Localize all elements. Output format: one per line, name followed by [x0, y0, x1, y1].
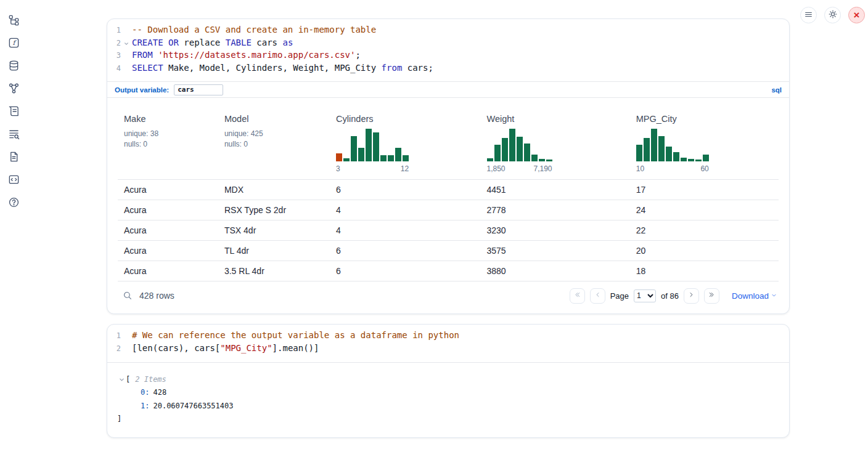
column-name[interactable]: Cylinders [336, 114, 480, 124]
weight-histogram[interactable] [487, 129, 552, 161]
line-number: 2 [107, 342, 121, 355]
column-stat: nulls: 0 [224, 139, 330, 150]
column-stat: unique: 425 [224, 129, 330, 139]
shutdown-button[interactable]: × [848, 7, 865, 23]
code-line: 1 -- Download a CSV and create an in-mem… [107, 24, 789, 37]
help-icon [8, 196, 20, 208]
table-output: Make unique: 38 nulls: 0 Model unique: 4… [107, 98, 789, 313]
code-line: 2 CREATE OR replace TABLE cars as [107, 37, 789, 50]
sidebar-item-dependency-graph[interactable] [7, 81, 20, 95]
code-token: as [282, 38, 293, 47]
sidebar-item-help[interactable] [7, 195, 20, 209]
tree-entry-value: 20.060747663551403 [153, 400, 233, 413]
table-row[interactable]: Acura TL 4dr 6 3575 20 [118, 241, 779, 261]
tree-entry: 1: 20.060747663551403 [117, 400, 779, 413]
column-header-cylinders: Cylinders 3 12 [330, 114, 480, 173]
tree-entry: 0: 428 [117, 386, 779, 400]
column-name[interactable]: Model [224, 114, 330, 124]
table-row[interactable]: Acura TSX 4dr 4 3230 22 [118, 220, 779, 241]
code-line: 4 SELECT Make, Model, Cylinders, Weight,… [107, 62, 789, 75]
python-output-tree: [ 2 Items 0: 428 1: 20.060747663551403 ] [107, 362, 789, 437]
sidebar-item-documentation[interactable] [7, 150, 20, 163]
sidebar-item-scratchpad[interactable] [7, 104, 20, 118]
tree-entry-key: 0: [141, 386, 149, 400]
menu-button[interactable] [800, 7, 817, 23]
pagination: Page 1 of 86 Download [570, 288, 777, 304]
hamburger-icon [804, 10, 813, 21]
column-name[interactable]: Make [124, 114, 218, 124]
code-token: from [382, 63, 403, 73]
code-token: cars; [402, 63, 433, 73]
code-brackets-icon [8, 174, 20, 185]
chevrons-left-icon [573, 291, 581, 301]
previous-page-button[interactable] [590, 288, 605, 304]
output-variable-bar: Output variable: sql [107, 81, 789, 98]
code-token [153, 50, 158, 60]
python-code-editor[interactable]: 1 # We can reference the output variable… [107, 325, 789, 362]
column-header-make: Make unique: 38 nulls: 0 [118, 114, 218, 173]
function-icon: f [8, 37, 20, 49]
sql-cell: 1 -- Download a CSV and create an in-mem… [107, 18, 790, 314]
first-page-button[interactable] [570, 288, 585, 304]
table-footer: 428 rows Page 1 of 86 Download [118, 281, 779, 310]
sidebar-item-variables[interactable]: f [7, 36, 20, 49]
page-of-label: of 86 [661, 291, 679, 301]
column-header-model: Model unique: 425 nulls: 0 [218, 114, 330, 173]
left-toolbar: f [0, 0, 27, 449]
code-token: cars [252, 38, 283, 47]
search-icon[interactable] [123, 291, 133, 301]
open-bracket: [ [126, 373, 130, 387]
line-number: 1 [107, 330, 121, 342]
database-icon [8, 60, 20, 71]
next-page-button[interactable] [684, 288, 699, 304]
chevron-left-icon [594, 291, 602, 301]
settings-button[interactable] [824, 7, 841, 23]
table-row[interactable]: Acura RSX Type S 2dr 4 2778 24 [118, 200, 779, 220]
code-token: "MPG_City" [220, 343, 272, 353]
output-variable-input[interactable] [174, 84, 223, 95]
document-icon [8, 151, 20, 163]
sidebar-item-snippets[interactable] [7, 172, 20, 186]
notebook: 1 -- Download a CSV and create an in-mem… [107, 18, 790, 438]
code-token: [len(cars), cars[ [132, 343, 220, 353]
download-button[interactable]: Download [732, 291, 777, 301]
histogram-axis-labels: 3 12 [336, 164, 409, 173]
column-header-mpg-city: MPG_City 10 60 [630, 114, 779, 173]
table-row[interactable]: Acura MDX 6 4451 17 [118, 180, 779, 200]
sql-code-editor[interactable]: 1 -- Download a CSV and create an in-mem… [107, 19, 789, 81]
sidebar-item-outline[interactable] [7, 127, 20, 140]
code-token: Make, Model, Cylinders, Weight, MPG_City [163, 63, 382, 73]
page-select[interactable]: 1 [634, 289, 656, 302]
close-bracket: ] [117, 413, 121, 426]
tree-entry-value: 428 [153, 386, 166, 400]
table-row[interactable]: Acura 3.5 RL 4dr 6 3880 18 [118, 261, 779, 281]
items-count-label: 2 Items [135, 373, 166, 387]
sidebar-item-file-explorer[interactable] [7, 13, 20, 26]
column-name[interactable]: Weight [487, 114, 630, 124]
code-token: # We can reference the output variable a… [132, 330, 459, 340]
cylinders-histogram[interactable] [336, 129, 409, 161]
row-count: 428 rows [139, 291, 174, 301]
code-token: TABLE [226, 38, 252, 47]
code-token: SELECT [132, 63, 163, 73]
code-line: 3 FROM 'https://datasets.marimo.app/cars… [107, 49, 789, 62]
svg-text:f: f [12, 39, 17, 46]
collapse-chevron-icon[interactable] [117, 377, 126, 382]
language-badge: sql [771, 86, 782, 94]
code-token: replace [179, 38, 226, 47]
file-tree-icon [8, 14, 20, 26]
column-header-weight: Weight 1,850 7,190 [481, 114, 630, 173]
code-line: 2 [len(cars), cars["MPG_City"].mean()] [107, 342, 789, 355]
code-token: ].mean()] [272, 343, 319, 353]
code-line: 1 # We can reference the output variable… [107, 330, 789, 342]
list-search-icon [8, 128, 20, 140]
mpg-city-histogram[interactable] [636, 129, 709, 161]
graph-icon [8, 83, 20, 94]
fold-chevron-icon[interactable] [121, 37, 132, 46]
column-name[interactable]: MPG_City [636, 114, 779, 124]
output-variable-label: Output variable: [115, 86, 169, 94]
column-stat: nulls: 0 [124, 139, 218, 150]
column-stat: unique: 38 [124, 129, 218, 139]
last-page-button[interactable] [704, 288, 719, 304]
sidebar-item-datasources[interactable] [7, 59, 20, 72]
